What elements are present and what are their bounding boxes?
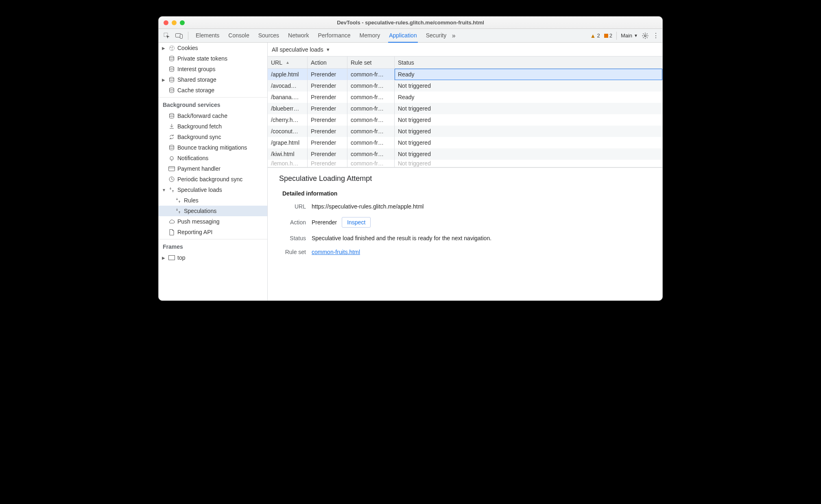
window-close-button[interactable] [164, 20, 168, 25]
svg-line-9 [647, 37, 648, 38]
sidebar-item-speculations[interactable]: Speculations [159, 206, 267, 216]
tab-application[interactable]: Application [388, 29, 418, 43]
svg-point-12 [169, 46, 174, 50]
settings-gear-icon[interactable] [642, 33, 649, 39]
sidebar-item-back-forward-cache[interactable]: Back/forward cache [159, 111, 267, 121]
table-row[interactable]: /cherry.h…Prerendercommon-fr…Not trigger… [268, 114, 662, 126]
inspect-element-icon[interactable] [161, 31, 172, 41]
table-row[interactable]: /avocad…Prerendercommon-fr…Not triggered [268, 80, 662, 91]
issues-count: 2 [609, 33, 612, 39]
table-row[interactable]: /apple.htmlPrerendercommon-fr…Ready [268, 69, 662, 80]
sidebar-item-shared-storage[interactable]: ▶Shared storage [159, 74, 267, 85]
sidebar-item-label: Interest groups [177, 66, 215, 72]
svg-rect-2 [180, 34, 183, 38]
window-zoom-button[interactable] [180, 20, 185, 25]
cell-url: /blueberr… [268, 103, 308, 114]
table-row[interactable]: /kiwi.htmlPrerendercommon-fr…Not trigger… [268, 148, 662, 160]
cell-url: /cherry.h… [268, 114, 308, 126]
cell-status: Not triggered [395, 103, 662, 114]
tab-console[interactable]: Console [227, 29, 250, 42]
divider [188, 32, 188, 40]
sidebar-item-label: Notifications [177, 155, 208, 161]
tab-elements[interactable]: Elements [195, 29, 220, 42]
sidebar-item-frames-top[interactable]: ▶ top [159, 252, 267, 263]
column-header-ruleset[interactable]: Rule set [347, 56, 395, 68]
device-toolbar-icon[interactable] [173, 31, 185, 41]
svg-point-3 [644, 35, 646, 36]
table-row[interactable]: /coconut…Prerendercommon-fr…Not triggere… [268, 126, 662, 137]
detail-status-label: Status [282, 235, 306, 241]
detail-action-value: Prerender [312, 219, 337, 226]
sidebar-item-notifications[interactable]: Notifications [159, 153, 267, 163]
tab-memory[interactable]: Memory [359, 29, 381, 42]
tab-network[interactable]: Network [287, 29, 310, 42]
svg-point-14 [172, 47, 173, 48]
warnings-indicator[interactable]: ▲ 2 [590, 33, 600, 39]
more-options-icon[interactable]: ⋮ [653, 32, 658, 39]
sidebar-heading-background-services: Background services [159, 98, 267, 111]
sidebar-item-bounce-tracking-mitigations[interactable]: Bounce tracking mitigations [159, 142, 267, 153]
table-row[interactable]: /banana.…Prerendercommon-fr…Ready [268, 91, 662, 103]
cell-ruleset: common-fr… [347, 69, 395, 80]
sidebar-item-label: Speculations [184, 208, 216, 214]
cell-url: /kiwi.html [268, 148, 308, 160]
sidebar-item-private-state-tokens[interactable]: Private state tokens [159, 53, 267, 64]
tab-performance[interactable]: Performance [317, 29, 351, 42]
column-header-status[interactable]: Status [395, 56, 662, 68]
sidebar-item-background-fetch[interactable]: Background fetch [159, 121, 267, 132]
cloud-icon [168, 218, 175, 225]
sidebar-item-speculative-loads[interactable]: ▼Speculative loads [159, 185, 267, 195]
cell-status: Not triggered [395, 126, 662, 137]
db-icon [168, 87, 175, 93]
sidebar-item-push-messaging[interactable]: Push messaging [159, 216, 267, 227]
sidebar-item-reporting-api[interactable]: Reporting API [159, 227, 267, 237]
target-context-dropdown[interactable]: Main ▼ [621, 33, 638, 39]
column-header-label: URL [271, 59, 282, 66]
tab-security[interactable]: Security [425, 29, 448, 42]
sidebar-item-cookies[interactable]: ▶Cookies [159, 43, 267, 53]
divider [616, 32, 617, 40]
expand-arrow-icon: ▶ [162, 256, 166, 260]
svg-point-18 [170, 77, 174, 79]
db-icon [168, 66, 175, 72]
cell-ruleset: common-fr… [347, 103, 395, 114]
table-row[interactable]: /lemon.h…Prerendercommon-fr…Not triggere… [268, 160, 662, 167]
titlebar: DevTools - speculative-rules.glitch.me/c… [159, 17, 662, 29]
tab-sources[interactable]: Sources [258, 29, 280, 42]
cell-action: Prerender [308, 91, 347, 103]
devtools-window: DevTools - speculative-rules.glitch.me/c… [158, 16, 663, 301]
detail-ruleset-link[interactable]: common-fruits.html [312, 249, 360, 255]
clock-icon [168, 176, 175, 182]
inspect-button[interactable]: Inspect [342, 217, 371, 228]
doc-icon [168, 229, 175, 235]
sidebar-item-rules[interactable]: Rules [159, 195, 267, 206]
cell-url: /lemon.h… [268, 160, 308, 167]
cell-status: Ready [395, 91, 662, 103]
panel-tabstrip: ElementsConsoleSourcesNetworkPerformance… [159, 29, 662, 43]
sidebar-item-label: Push messaging [177, 218, 220, 225]
sidebar-item-payment-handler[interactable]: Payment handler [159, 163, 267, 174]
table-row[interactable]: /blueberr…Prerendercommon-fr…Not trigger… [268, 103, 662, 114]
speculations-filter-dropdown[interactable]: All speculative loads ▼ [268, 43, 662, 56]
detail-ruleset-label: Rule set [282, 249, 306, 255]
frame-icon [168, 254, 175, 261]
svg-point-20 [170, 113, 174, 115]
svg-line-10 [643, 37, 644, 38]
sidebar-item-cache-storage[interactable]: Cache storage [159, 85, 267, 96]
table-row[interactable]: /grape.htmlPrerendercommon-fr…Not trigge… [268, 137, 662, 148]
cell-ruleset: common-fr… [347, 114, 395, 126]
column-header-url[interactable]: URL ▲ [268, 56, 308, 68]
expand-arrow-icon: ▶ [162, 46, 166, 50]
cell-ruleset: common-fr… [347, 80, 395, 91]
window-minimize-button[interactable] [172, 20, 177, 25]
sidebar-heading-frames: Frames [159, 239, 267, 252]
sidebar-item-interest-groups[interactable]: Interest groups [159, 64, 267, 74]
sidebar-item-background-sync[interactable]: Background sync [159, 132, 267, 142]
column-header-action[interactable]: Action [308, 56, 347, 68]
speculations-panel: All speculative loads ▼ URL ▲ Action Rul… [268, 43, 662, 300]
issues-indicator[interactable]: 2 [604, 33, 612, 39]
issue-icon [604, 34, 608, 38]
cell-status: Not triggered [395, 148, 662, 160]
more-tabs-button[interactable]: » [448, 31, 459, 41]
sidebar-item-periodic-background-sync[interactable]: Periodic background sync [159, 174, 267, 185]
